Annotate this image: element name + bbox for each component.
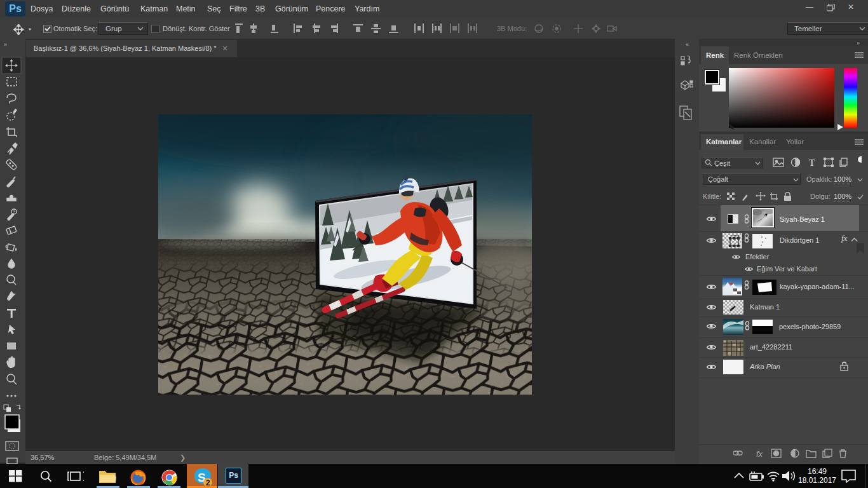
svg-text:T: T [809, 158, 815, 168]
svg-text:«: « [686, 41, 689, 48]
svg-text:3B Modu:: 3B Modu: [497, 25, 527, 32]
svg-text:fx: fx [756, 449, 763, 459]
svg-text:»: » [4, 41, 7, 48]
